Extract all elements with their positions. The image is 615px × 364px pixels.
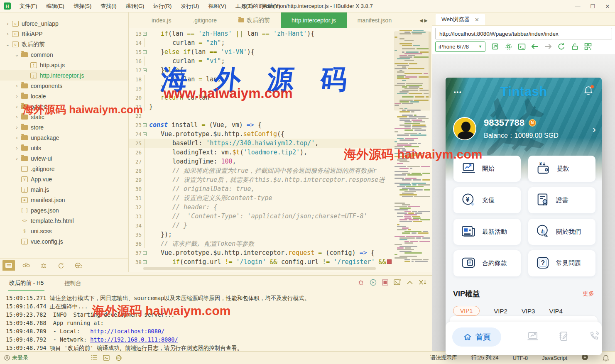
close-button[interactable]: ✕ [600, 0, 615, 12]
editor-tab[interactable]: index.js [141, 12, 182, 28]
device-selector[interactable]: iPhone 6/7/8 ▼ [435, 42, 485, 52]
log-link[interactable]: http://localhost:8080/ [90, 328, 164, 335]
vip-tab[interactable]: VIP4 [549, 308, 563, 315]
menu-item[interactable]: 运行(R) [149, 0, 176, 12]
stop-icon[interactable] [382, 279, 388, 287]
tree-item[interactable]: ⌄common [0, 49, 128, 60]
tree-item[interactable]: ›uview-ui [0, 153, 128, 164]
notification-bell-icon[interactable] [583, 85, 593, 98]
open-external-icon[interactable] [490, 42, 500, 51]
editor-tab[interactable]: manifest.json [347, 12, 402, 28]
fold-gutter[interactable] [142, 184, 147, 193]
horizontal-scrollbar[interactable] [143, 267, 376, 270]
lock-icon[interactable] [570, 42, 580, 51]
nav-market-icon[interactable] [527, 331, 539, 343]
collapse-icon[interactable] [407, 279, 413, 287]
web-icon[interactable] [72, 260, 85, 271]
console-tab[interactable]: 改后的前 - H5 [8, 276, 44, 291]
tree-item[interactable]: ✱manifest.json [0, 195, 128, 205]
grid-button-news[interactable]: 最新活動 [453, 219, 521, 245]
fold-box-icon[interactable] [143, 251, 147, 255]
fold-gutter[interactable] [142, 257, 147, 266]
fold-gutter[interactable] [142, 56, 147, 66]
fold-gutter[interactable] [142, 139, 147, 148]
log-link[interactable]: http://192.168.0.111:8080/ [90, 336, 178, 343]
cursor-position[interactable]: 行:25 列:24 [471, 354, 499, 362]
fold-gutter[interactable] [142, 38, 147, 47]
fold-box-icon[interactable] [143, 260, 147, 264]
refresh-icon[interactable] [556, 42, 566, 51]
restart-icon[interactable] [370, 279, 377, 288]
fold-box-icon[interactable] [143, 50, 147, 54]
nav-phone-icon[interactable] [589, 331, 601, 343]
grid-button-cert[interactable]: 證書 [528, 187, 595, 213]
tree-item[interactable]: ›uBikiAPP [0, 29, 128, 39]
syntax-hint-lib[interactable]: 语法提示库 [430, 354, 457, 362]
grid-button-about[interactable]: i關於我們 [528, 219, 595, 245]
tree-item[interactable]: ⌄u改后的前 [0, 39, 128, 49]
tree-item[interactable]: ›uuforce_uniapp [0, 18, 128, 29]
tree-item[interactable]: ›pages [0, 101, 128, 112]
fold-gutter[interactable] [142, 84, 147, 93]
back-icon[interactable] [530, 42, 540, 51]
bug-icon[interactable] [358, 279, 364, 287]
files-icon[interactable] [2, 260, 15, 271]
vip-tab[interactable]: VIP1 [453, 306, 480, 316]
fold-gutter[interactable] [142, 93, 147, 102]
editor-tab[interactable]: .gitignore [182, 12, 228, 28]
encoding[interactable]: UTF-8 [512, 355, 528, 361]
tab-scroll-right-icon[interactable]: ▶ [424, 18, 428, 23]
fold-gutter[interactable] [142, 248, 147, 257]
nav-home[interactable]: 首頁 [452, 327, 501, 347]
tree-item[interactable]: ›unpackage [0, 132, 128, 143]
browser-tab[interactable]: Web浏览器 ✕ [436, 14, 485, 25]
clear-icon[interactable] [419, 279, 427, 287]
editor-tab[interactable]: 改后的前 [228, 12, 281, 28]
tree-item[interactable]: jvue.config.js [0, 236, 128, 247]
fold-gutter[interactable] [142, 111, 147, 120]
notification-bell-icon[interactable] [603, 354, 609, 362]
nav-journal-icon[interactable] [558, 331, 571, 343]
grid-button-withdraw[interactable]: ¥提款 [528, 156, 595, 182]
tree-item[interactable]: ›components [0, 81, 128, 91]
login-status[interactable]: 未登录 [4, 354, 28, 362]
grid-button-start[interactable]: 開始 [453, 156, 521, 182]
vip-tab[interactable]: VIP2 [494, 308, 507, 315]
fold-gutter[interactable] [142, 29, 147, 38]
tree-item[interactable]: ›store [0, 122, 128, 132]
tab-scroll-arrows[interactable]: ◀▶ [419, 12, 432, 28]
grid-button-faq[interactable]: ?常見問題 [528, 250, 595, 276]
menu-item[interactable]: 选择(S) [69, 0, 96, 12]
fold-gutter[interactable] [142, 221, 147, 230]
code-area[interactable]: 13if(lan == 'zh-Hans' || lan == 'zh-Hant… [129, 29, 397, 268]
fold-gutter[interactable] [142, 212, 147, 221]
minimize-button[interactable]: — [570, 0, 585, 12]
console-icon[interactable] [517, 42, 527, 51]
tree-item[interactable]: jhttp.api.js [0, 60, 128, 70]
tab-scroll-left-icon[interactable]: ◀ [419, 18, 423, 23]
fold-gutter[interactable] [142, 203, 147, 212]
fold-gutter[interactable] [142, 66, 147, 75]
sync-icon[interactable] [55, 260, 67, 271]
menu-item[interactable]: 发行(U) [176, 0, 203, 12]
fold-gutter[interactable] [142, 166, 147, 175]
grid-button-contract[interactable]: 合約條款 [453, 250, 521, 276]
terminal-icon[interactable] [103, 355, 110, 361]
forward-icon[interactable] [543, 42, 553, 51]
minimap-viewport[interactable] [394, 32, 430, 110]
fold-gutter[interactable] [142, 102, 147, 111]
outline-list-icon[interactable] [91, 355, 97, 361]
tree-item[interactable]: .gitignore [0, 164, 128, 174]
tree-item[interactable]: [ ]pages.json [0, 205, 128, 215]
fold-gutter[interactable] [142, 148, 147, 157]
fold-gutter[interactable] [142, 75, 147, 84]
fold-gutter[interactable] [142, 175, 147, 184]
grid-button-recharge[interactable]: ¥充值 [453, 187, 521, 213]
language-mode[interactable]: JavaScript [542, 355, 567, 361]
tree-item[interactable]: ›locale [0, 91, 128, 101]
fold-gutter[interactable] [142, 193, 147, 203]
avatar[interactable] [453, 117, 476, 140]
console-tab[interactable]: 控制台 [64, 276, 82, 290]
fold-gutter[interactable] [142, 157, 147, 166]
terminal-new-icon[interactable] [394, 279, 401, 287]
